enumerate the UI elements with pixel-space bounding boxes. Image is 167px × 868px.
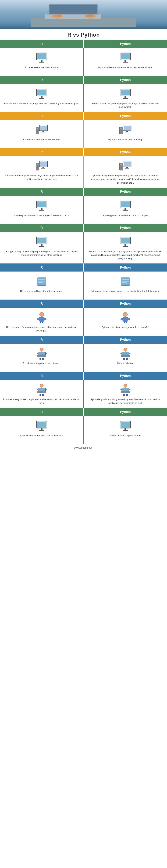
left-text-0: R codes need more maintenance.	[25, 66, 59, 69]
right-text-1: Python is used as general-purpose langua…	[87, 102, 164, 109]
right-text-4: Learning python libraries can be a bit c…	[102, 214, 149, 217]
right-cell-0: Python codes are more robust and easier …	[84, 48, 167, 76]
svg-rect-92	[42, 321, 43, 323]
header-r-label-10: R	[0, 408, 83, 416]
person-svg	[36, 312, 47, 323]
svg-rect-14	[93, 14, 94, 17]
content-row-3: R has hundreds of packages or ways to ac…	[0, 156, 167, 188]
svg-rect-141	[125, 428, 126, 430]
left-text-10: R is less popular but still it has many …	[20, 434, 63, 437]
person-laptop-svg	[120, 384, 131, 396]
svg-rect-21	[125, 60, 126, 62]
svg-rect-9	[57, 14, 59, 17]
monitor-svg	[119, 200, 132, 211]
header-python-label-9: Python	[84, 372, 167, 380]
svg-rect-74	[39, 246, 44, 247]
left-text-9: R makes it easy to use complicated mathe…	[3, 398, 80, 405]
svg-rect-134	[126, 394, 128, 396]
left-cell-5: R supports only procedural programming f…	[0, 232, 84, 264]
right-cell-1: Python is used as general-purpose langua…	[84, 84, 167, 112]
header-python-label-3: Python	[84, 148, 167, 156]
svg-rect-7	[53, 14, 55, 17]
svg-rect-34	[41, 132, 45, 132]
row-header-2: R Python	[0, 112, 167, 120]
right-text-0: Python codes are more robust and easier …	[98, 66, 152, 69]
content-row-5: R supports only procedural programming f…	[0, 232, 167, 264]
svg-rect-123	[38, 388, 45, 391]
header-r-label-7: R	[0, 300, 83, 308]
left-icon-8	[35, 347, 48, 360]
svg-rect-42	[125, 132, 129, 132]
monitor-svg	[35, 200, 48, 211]
content-row-9: R makes it easy to use complicated mathe…	[0, 380, 167, 408]
svg-rect-138	[39, 430, 44, 431]
right-cell-10: Python is more popular than R	[84, 416, 167, 444]
svg-point-94	[122, 316, 129, 322]
row-header-10: R Python	[0, 408, 167, 416]
left-text-6: R is a command line interpreted language…	[20, 289, 63, 293]
svg-point-87	[39, 312, 44, 316]
right-icon-3	[119, 160, 132, 172]
left-icon-3	[35, 160, 48, 172]
right-text-2: Python is better for deep learning.	[108, 138, 142, 142]
left-text-7: R is developed for data analysis, hence …	[3, 326, 80, 333]
svg-rect-132	[122, 388, 129, 391]
svg-rect-79	[37, 278, 46, 285]
header-r-label-8: R	[0, 336, 83, 344]
content-row-7: R is developed for data analysis, hence …	[0, 308, 167, 336]
right-icon-0	[119, 52, 132, 64]
svg-point-62	[121, 167, 122, 168]
right-icon-1	[119, 88, 132, 100]
content-row-1: R is more of a statistical language and,…	[0, 84, 167, 112]
left-cell-7: R is developed for data analysis, hence …	[0, 308, 84, 336]
svg-point-61	[121, 166, 122, 166]
right-text-10: Python is more popular than R	[110, 434, 141, 437]
svg-rect-81	[38, 281, 45, 281]
svg-rect-112	[121, 354, 130, 357]
svg-rect-12	[88, 14, 90, 17]
header-r-label-4: R	[0, 188, 83, 196]
svg-rect-76	[121, 238, 130, 244]
right-text-8: Python is faster.	[117, 362, 134, 365]
svg-rect-80	[38, 279, 45, 280]
svg-rect-58	[125, 168, 129, 168]
svg-rect-78	[123, 246, 128, 247]
header-r-label-9: R	[0, 372, 83, 380]
svg-rect-10	[59, 14, 61, 17]
comparison-container: R Python R codes need more maintenance. …	[0, 40, 167, 444]
header-python-label-6: Python	[84, 264, 167, 272]
svg-rect-65	[41, 208, 42, 210]
left-icon-7	[35, 311, 48, 324]
svg-rect-33	[42, 131, 44, 132]
svg-rect-16	[37, 54, 46, 59]
desktop-svg	[35, 161, 48, 171]
svg-rect-11	[86, 14, 88, 17]
svg-rect-114	[122, 352, 129, 354]
svg-rect-84	[122, 279, 129, 280]
right-icon-10	[119, 420, 132, 432]
svg-rect-28	[121, 90, 130, 95]
right-cell-9: Python is good for building something ne…	[84, 380, 167, 408]
svg-rect-26	[39, 98, 44, 99]
left-icon-0	[35, 52, 48, 64]
left-text-5: R supports only procedural programming f…	[3, 250, 80, 257]
svg-rect-142	[123, 430, 128, 431]
left-cell-10: R is less popular but still it has many …	[0, 416, 84, 444]
svg-rect-17	[41, 60, 42, 62]
svg-rect-22	[123, 62, 128, 63]
right-cell-4: Learning python libraries can be a bit c…	[84, 196, 167, 224]
svg-rect-48	[40, 162, 47, 166]
right-icon-5	[119, 236, 132, 248]
svg-rect-57	[126, 167, 128, 168]
content-row-8: R is slower than python but not much. Py…	[0, 344, 167, 372]
row-header-5: R Python	[0, 224, 167, 232]
svg-rect-41	[126, 131, 128, 132]
row-header-8: R Python	[0, 336, 167, 344]
svg-rect-98	[126, 321, 127, 323]
svg-rect-83	[121, 278, 130, 285]
left-cell-2: R is better used for data visualization.	[0, 120, 84, 148]
row-header-0: R Python	[0, 40, 167, 48]
header-r-label-0: R	[0, 40, 83, 48]
svg-rect-60	[120, 164, 122, 165]
right-icon-8	[119, 347, 132, 360]
